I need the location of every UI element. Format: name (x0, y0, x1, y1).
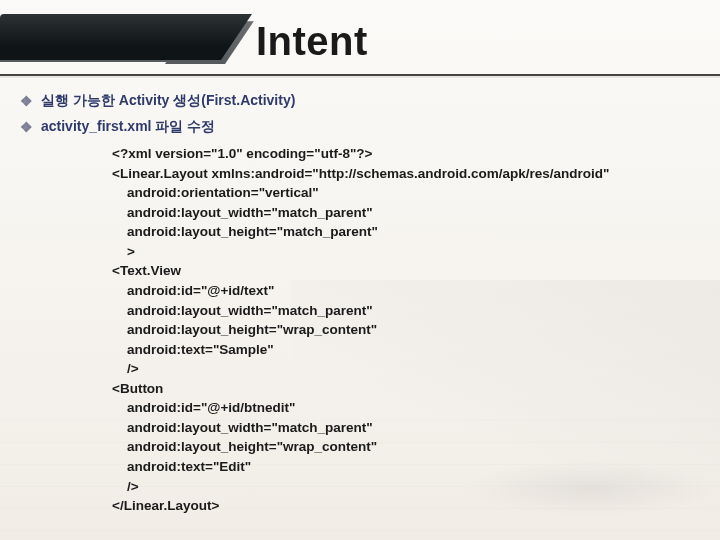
title-ribbon-front (0, 14, 186, 60)
diamond-bullet-icon: ❖ (20, 92, 33, 110)
bullet-text: 실행 가능한 Activity 생성(First.Activity) (41, 92, 295, 110)
bullet-text: activity_first.xml 파일 수정 (41, 118, 215, 136)
slide: Intent ❖ 실행 가능한 Activity 생성(First.Activi… (0, 0, 720, 540)
slide-title: Intent (256, 14, 716, 68)
xml-code-block: <?xml version="1.0" encoding="utf-8"?> <… (112, 144, 700, 516)
bullet-item: ❖ 실행 가능한 Activity 생성(First.Activity) (20, 92, 700, 110)
bullet-item: ❖ activity_first.xml 파일 수정 (20, 118, 700, 136)
title-bar: Intent (0, 14, 720, 74)
diamond-bullet-icon: ❖ (20, 118, 33, 136)
title-underline (0, 74, 720, 78)
slide-content: ❖ 실행 가능한 Activity 생성(First.Activity) ❖ a… (20, 92, 700, 516)
